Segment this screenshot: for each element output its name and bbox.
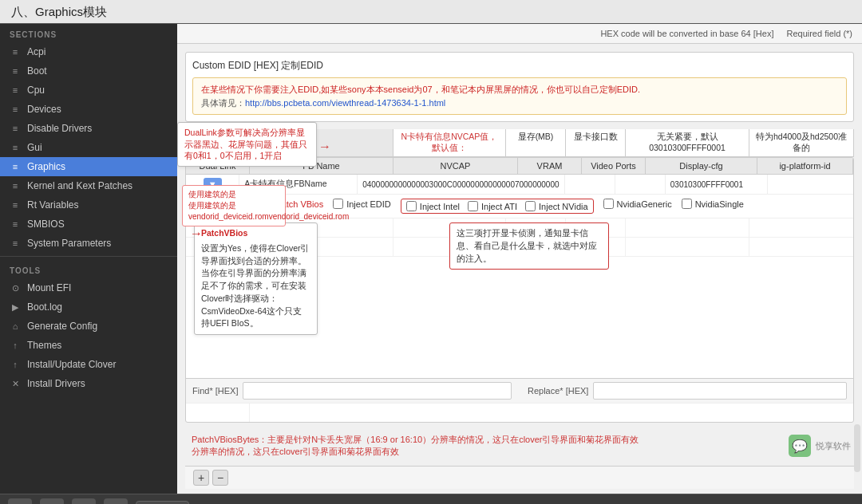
import-button[interactable] — [8, 498, 32, 505]
donate-button[interactable]: Pay Donate — [136, 501, 189, 504]
inject-edid-input[interactable] — [333, 199, 343, 209]
sidebar-item-smbios[interactable]: ≡ SMBIOS — [0, 215, 177, 234]
ig-header-top: 特为hd4000及hd2500准备的 — [749, 129, 853, 156]
sidebar-item-install-drivers[interactable]: ✕ Install Drivers — [0, 374, 177, 393]
required-note: Required field (*) — [786, 29, 852, 38]
inject-nvidia-input[interactable] — [525, 201, 536, 211]
sidebar: SECTIONS ≡ Acpi ≡ Boot ≡ Cpu ≡ Devices ≡… — [0, 24, 177, 494]
sidebar-item-cpu[interactable]: ≡ Cpu — [0, 81, 177, 100]
nvidia-generic-input[interactable] — [603, 199, 614, 209]
remove-row-button[interactable]: − — [212, 470, 228, 486]
sidebar-item-kernel[interactable]: ≡ Kernel and Kext Patches — [0, 176, 177, 195]
export-button[interactable] — [40, 498, 64, 505]
hex-note: HEX code will be converted in base 64 [H… — [600, 29, 773, 38]
edid-section: Custom EDID [HEX] 定制EDID 在某些情况下你需要注入EDID… — [185, 52, 854, 122]
display-cfg-value: 03010300FFFF0001 — [670, 180, 743, 189]
sidebar-item-graphics[interactable]: ≡ Graphics — [0, 157, 177, 176]
share-button[interactable] — [104, 498, 128, 505]
install-clover-icon: ↑ — [10, 360, 21, 369]
bottom-toolbar: ⌂ Pay Donate — [0, 494, 862, 504]
nvidia-single-checkbox[interactable]: NvidiaSingle — [682, 199, 744, 209]
sidebar-item-label: System Parameters — [27, 238, 111, 249]
nvcap-col-header: NVCAP — [393, 158, 518, 174]
vendorid-annotation: 使用建筑的是使用建筑的是vendorid_deviceid.romvendori… — [182, 185, 286, 226]
inject-edid-checkbox[interactable]: Inject EDID — [333, 199, 391, 209]
content-area: Custom EDID [HEX] 定制EDID 在某些情况下你需要注入EDID… — [177, 44, 862, 494]
watermark-icon: 💬 — [789, 435, 811, 457]
inject-intel-input[interactable] — [406, 201, 417, 211]
sidebar-item-label: Kernel and Kext Patches — [27, 180, 132, 191]
sidebar-item-gui[interactable]: ≡ Gui — [0, 138, 177, 157]
sidebar-item-label: Graphics — [27, 161, 65, 172]
inject-annotation-body: 这三项打开显卡侦测，通知显卡信息、看自己是什么显卡，就选中对应的注入。 — [457, 227, 602, 265]
inject-ati-checkbox[interactable]: Inject ATI — [468, 201, 517, 211]
sidebar-item-devices[interactable]: ≡ Devices — [0, 100, 177, 119]
sidebar-item-label: Devices — [27, 104, 61, 115]
sidebar-item-label: Generate Config — [27, 321, 97, 332]
main-content: HEX code will be converted in base 64 [H… — [177, 24, 862, 494]
sidebar-item-label: Themes — [27, 340, 61, 351]
inject-intel-checkbox[interactable]: Inject Intel — [406, 201, 460, 211]
edid-note: 在某些情况下你需要注入EDID,如某些sony本本senseid为07，和笔记本… — [192, 77, 847, 115]
sidebar-item-generate-config[interactable]: ⌂ Generate Config — [0, 317, 177, 336]
replace-row: Replace* [HEX] — [528, 382, 847, 400]
duallink-title: DualLink参数可解决高分辨率显示器黑边、花屏等问题，其值只有0和1，0不启… — [184, 128, 307, 160]
bottom-bar: + − — [185, 466, 854, 489]
app-window: SECTIONS ≡ Acpi ≡ Boot ≡ Cpu ≡ Devices ≡… — [0, 23, 862, 494]
edid-link: http://bbs.pcbeta.com/viewthread-1473634… — [245, 98, 445, 108]
edid-note-line2: 具体请见：http://bbs.pcbeta.com/viewthread-14… — [201, 98, 445, 108]
display-cfg-cell: 03010300FFFF0001 — [666, 175, 768, 194]
inject-ati-input[interactable] — [468, 201, 478, 211]
boot-icon: ≡ — [10, 66, 21, 76]
sidebar-item-label: Cpu — [27, 85, 45, 96]
sidebar-item-label: SMBIOS — [27, 219, 65, 230]
replace-label: Replace* [HEX] — [528, 386, 588, 396]
sidebar-item-themes[interactable]: ↑ Themes — [0, 336, 177, 355]
inject-annotation: 这三项打开显卡侦测，通知显卡信息、看自己是什么显卡，就选中对应的注入。 — [449, 222, 609, 270]
gui-icon: ≡ — [10, 143, 21, 152]
add-row-button[interactable]: + — [193, 470, 209, 486]
replace-input[interactable] — [593, 382, 847, 400]
sidebar-item-label: Acpi — [27, 46, 45, 57]
plus-minus-buttons: + − — [193, 470, 228, 486]
kernel-icon: ≡ — [10, 181, 21, 191]
inject-nvidia-checkbox[interactable]: Inject NVidia — [525, 201, 588, 211]
patch-vbios-bytes-note: PatchVBiosBytes：主要是针对N卡丢失宽屏（16:9 or 16:1… — [185, 429, 854, 463]
install-drivers-icon: ✕ — [10, 379, 21, 389]
sidebar-item-mount-efi[interactable]: ⊙ Mount EFI — [0, 278, 177, 297]
sections-label: SECTIONS — [0, 24, 177, 42]
checkboxes-row: ▼ A卡特有信息FBName 0400000000000003000C00000… — [186, 175, 853, 195]
sidebar-item-label: Install/Update Clover — [27, 359, 116, 370]
find-row: Find* [HEX] — [192, 382, 512, 400]
sidebar-item-system-params[interactable]: ≡ System Parameters — [0, 234, 177, 253]
sidebar-item-rt-variables[interactable]: ≡ Rt Variables — [0, 195, 177, 215]
video-ports-col-header: Video Ports — [582, 158, 646, 174]
tools-label: TOOLS — [0, 260, 177, 278]
vram-cell — [565, 175, 615, 194]
inject-group: Inject Intel Inject ATI Inject NVidia — [401, 199, 594, 214]
sidebar-item-label: Rt Variables — [27, 199, 78, 211]
themes-icon: ↑ — [10, 341, 21, 350]
find-input[interactable] — [243, 382, 512, 400]
sidebar-item-acpi[interactable]: ≡ Acpi — [0, 42, 177, 61]
sidebar-item-label: Mount EFI — [27, 282, 71, 293]
smbios-icon: ≡ — [10, 219, 21, 229]
devices-icon: ≡ — [10, 104, 21, 114]
sidebar-item-label: Disable Drivers — [27, 123, 92, 134]
nvcap-cell: 0400000000000003000C00000000000000700000… — [358, 175, 564, 194]
nvidia-generic-checkbox[interactable]: NvidiaGeneric — [603, 199, 672, 209]
sidebar-item-install-clover[interactable]: ↑ Install/Update Clover — [0, 355, 177, 374]
ig-platform-cell — [768, 175, 853, 194]
table-row-empty — [186, 403, 853, 422]
vram-col-header: VRAM — [518, 158, 582, 174]
sidebar-item-boot[interactable]: ≡ Boot — [0, 61, 177, 81]
video-ports-header-top: 显卡接口数 — [566, 129, 626, 156]
sidebar-item-boot-log[interactable]: ▶ Boot.log — [0, 297, 177, 317]
sys-params-icon: ≡ — [10, 238, 21, 248]
nvidia-single-input[interactable] — [682, 199, 692, 209]
home-button[interactable]: ⌂ — [72, 498, 96, 505]
sidebar-item-disable-drivers[interactable]: ≡ Disable Drivers — [0, 119, 177, 138]
sidebar-divider — [0, 256, 177, 257]
generate-config-icon: ⌂ — [10, 321, 21, 331]
scrollbar[interactable] — [854, 424, 860, 472]
